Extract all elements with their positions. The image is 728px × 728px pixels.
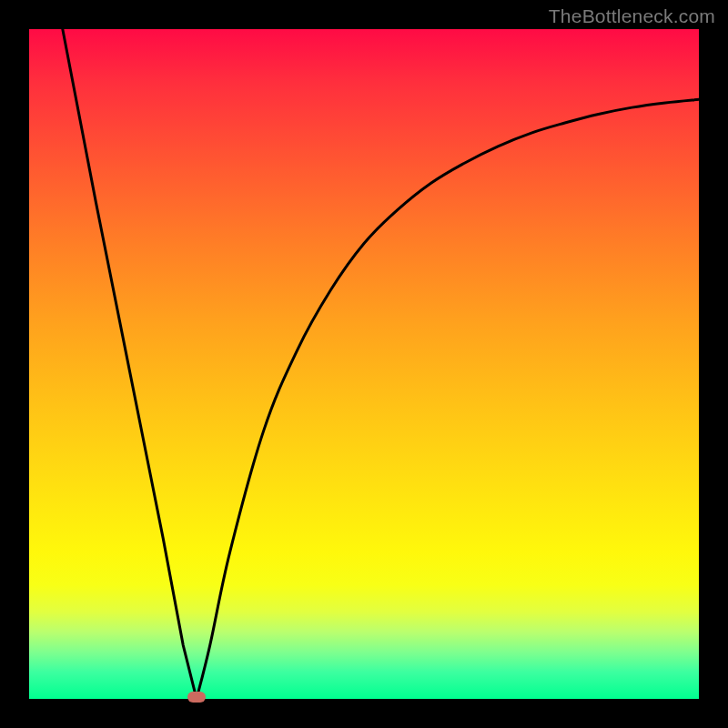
curve-right <box>197 99 699 699</box>
curve-svg <box>29 29 699 699</box>
watermark-text: TheBottleneck.com <box>549 5 715 27</box>
plot-area <box>29 29 699 699</box>
curve-left <box>63 29 197 699</box>
chart-frame: TheBottleneck.com <box>0 0 728 728</box>
min-marker <box>187 692 206 703</box>
